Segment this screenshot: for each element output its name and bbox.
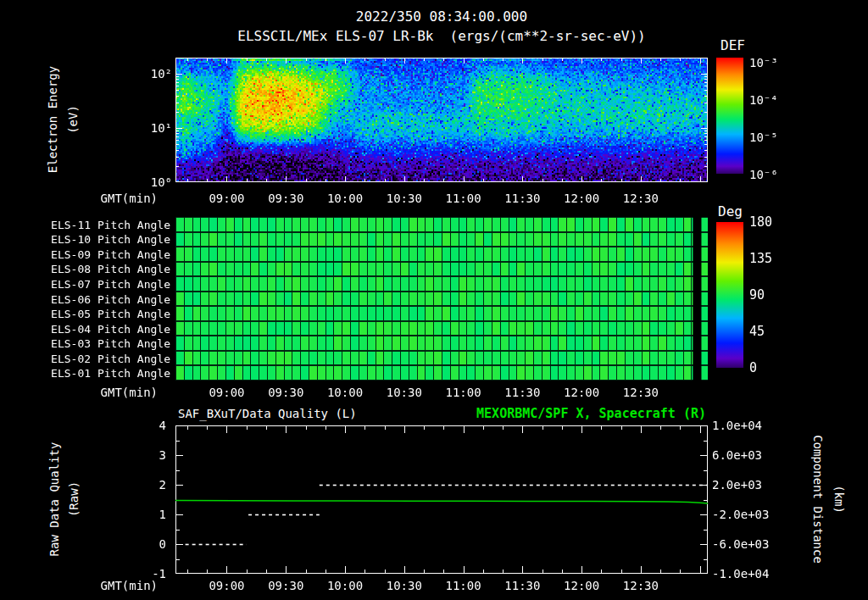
time-tick-label: 11:30 bbox=[504, 579, 540, 592]
def-tick-label: 10⁻⁶ bbox=[749, 168, 778, 181]
quality-tick-label: 3 bbox=[159, 448, 166, 462]
distance-tick-label: -1.0e+04 bbox=[712, 567, 769, 581]
def-tick-label: 10⁻⁴ bbox=[749, 93, 778, 107]
time-tick-label: 09:00 bbox=[209, 386, 244, 399]
deg-tick-label: 45 bbox=[749, 324, 765, 339]
deg-tick-label: 90 bbox=[749, 287, 765, 303]
quality-tick-label: 1 bbox=[159, 508, 166, 521]
energy-tick-label: 10² bbox=[151, 67, 172, 81]
distance-tick-label: 1.0e+04 bbox=[712, 419, 762, 432]
distance-tick-label: -6.0e+03 bbox=[712, 537, 769, 551]
pitch-row-label: ELS-07 Pitch Angle bbox=[51, 277, 170, 290]
pitch-row-label: ELS-04 Pitch Angle bbox=[51, 322, 170, 335]
time-tick-label: 12:00 bbox=[564, 579, 599, 592]
energy-tick-label: 10¹ bbox=[151, 121, 172, 135]
gmt-axis-label: GMT(min) bbox=[101, 386, 158, 399]
pitch-row-label: ELS-09 Pitch Angle bbox=[51, 247, 170, 260]
quality-tick-label: -1 bbox=[152, 567, 166, 581]
deg-tick-label: 135 bbox=[749, 251, 772, 266]
time-tick-label: 09:30 bbox=[268, 192, 303, 205]
deg-tick-label: 180 bbox=[749, 214, 772, 230]
time-tick-label: 10:30 bbox=[387, 386, 422, 399]
quality-tick-label: 0 bbox=[159, 537, 166, 551]
pitch-row-label: ELS-10 Pitch Angle bbox=[51, 233, 170, 246]
time-tick-label: 11:30 bbox=[504, 386, 540, 399]
time-tick-label: 09:30 bbox=[268, 579, 303, 592]
pitch-row-label: ELS-05 Pitch Angle bbox=[51, 308, 170, 320]
time-tick-label: 11:30 bbox=[504, 192, 540, 205]
pitch-row-label: ELS-06 Pitch Angle bbox=[51, 292, 170, 305]
time-tick-label: 12:00 bbox=[564, 192, 599, 205]
time-tick-label: 12:30 bbox=[623, 579, 659, 592]
time-tick-label: 12:30 bbox=[623, 192, 659, 205]
distance-tick-label: 2.0e+03 bbox=[712, 478, 762, 492]
def-tick-label: 10⁻³ bbox=[749, 56, 778, 69]
time-tick-label: 11:00 bbox=[446, 192, 481, 205]
time-tick-label: 09:30 bbox=[268, 386, 303, 399]
time-tick-label: 10:30 bbox=[387, 579, 422, 592]
distance-tick-label: 6.0e+03 bbox=[712, 448, 762, 462]
distance-tick-label: -2.0e+03 bbox=[712, 508, 769, 521]
pitch-row-label: ELS-03 Pitch Angle bbox=[51, 337, 170, 350]
energy-tick-label: 10⁰ bbox=[151, 175, 172, 189]
tplot-window: 2022/350 08:34:00.000 ELSSCIL/MEx ELS-07… bbox=[0, 0, 868, 600]
pitch-row-label: ELS-08 Pitch Angle bbox=[51, 263, 170, 275]
pitch-row-label: ELS-01 Pitch Angle bbox=[51, 367, 170, 380]
time-tick-label: 12:30 bbox=[623, 386, 659, 399]
pitch-row-label: ELS-02 Pitch Angle bbox=[51, 352, 170, 364]
time-tick-label: 12:00 bbox=[564, 386, 599, 399]
time-tick-label: 10:00 bbox=[327, 192, 363, 205]
pitch-row-label: ELS-11 Pitch Angle bbox=[51, 218, 170, 231]
axis-labels-overlay: GMT(min)09:0009:3010:0010:3011:0011:3012… bbox=[0, 0, 868, 600]
time-tick-label: 10:30 bbox=[387, 192, 422, 205]
time-tick-label: 11:00 bbox=[446, 386, 481, 399]
gmt-axis-label: GMT(min) bbox=[101, 192, 158, 205]
time-tick-label: 11:00 bbox=[446, 579, 481, 592]
gmt-axis-label: GMT(min) bbox=[101, 579, 158, 592]
quality-tick-label: 4 bbox=[159, 419, 166, 432]
time-tick-label: 09:00 bbox=[209, 192, 244, 205]
time-tick-label: 09:00 bbox=[209, 579, 244, 592]
deg-tick-label: 0 bbox=[749, 360, 757, 375]
time-tick-label: 10:00 bbox=[327, 579, 363, 592]
quality-tick-label: 2 bbox=[159, 478, 166, 492]
time-tick-label: 10:00 bbox=[327, 386, 363, 399]
def-tick-label: 10⁻⁵ bbox=[749, 131, 778, 144]
